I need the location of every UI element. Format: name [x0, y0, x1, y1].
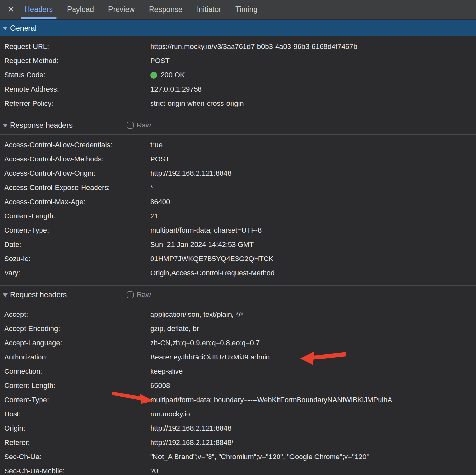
- header-name: Access-Control-Allow-Credentials:: [0, 141, 150, 149]
- header-row-access-control-allow-credentials: Access-Control-Allow-Credentials: true: [0, 138, 476, 152]
- header-row-content-type: Content-Type: multipart/form-data; chars…: [0, 223, 476, 237]
- header-value: 65008: [150, 381, 170, 390]
- header-row-host: Host: run.mocky.io: [0, 407, 476, 421]
- header-name: Host:: [0, 410, 150, 418]
- tab-label: Timing: [235, 5, 257, 14]
- header-row-request-method: Request Method: POST: [0, 54, 476, 68]
- tab-timing[interactable]: Timing: [230, 0, 263, 19]
- network-detail-tabbar: ✕ Headers Payload Preview Response Initi…: [0, 0, 476, 19]
- header-value: http://192.168.2.121:8848/: [150, 438, 233, 447]
- raw-checkbox[interactable]: [127, 122, 134, 129]
- header-row-accept-encoding: Accept-Encoding: gzip, deflate, br: [0, 322, 476, 336]
- header-row-referrer-policy: Referrer Policy: strict-origin-when-cros…: [0, 96, 476, 111]
- header-value: Sun, 21 Jan 2024 14:42:53 GMT: [150, 240, 254, 249]
- header-row-sec-ch-ua-mobile: Sec-Ch-Ua-Mobile: ?0: [0, 464, 476, 475]
- tab-label: Initiator: [197, 5, 221, 14]
- header-name: Access-Control-Allow-Origin:: [0, 169, 150, 178]
- header-name: Sec-Ch-Ua-Mobile:: [0, 467, 150, 475]
- header-value: 200 OK: [161, 71, 185, 79]
- tab-label: Preview: [108, 5, 135, 14]
- section-title: Response headers: [10, 121, 73, 130]
- tab-label: Payload: [67, 5, 94, 14]
- header-value: strict-origin-when-cross-origin: [150, 99, 244, 108]
- header-value: 21: [150, 212, 158, 220]
- header-name: Remote Address:: [0, 85, 150, 94]
- header-name: Origin:: [0, 424, 150, 433]
- header-row-access-control-max-age: Access-Control-Max-Age: 86400: [0, 195, 476, 209]
- header-row-connection: Connection: keep-alive: [0, 364, 476, 379]
- close-icon: ✕: [7, 5, 15, 15]
- section-title: Request headers: [10, 291, 67, 299]
- header-row-sec-ch-ua: Sec-Ch-Ua: "Not_A Brand";v="8", "Chromiu…: [0, 450, 476, 464]
- header-row-referer: Referer: http://192.168.2.121:8848/: [0, 436, 476, 450]
- header-row-access-control-expose-headers: Access-Control-Expose-Headers: *: [0, 181, 476, 195]
- header-row-origin: Origin: http://192.168.2.121:8848: [0, 421, 476, 436]
- raw-toggle: Raw: [127, 116, 151, 134]
- header-name: Content-Length:: [0, 212, 150, 220]
- header-name: Connection:: [0, 367, 150, 376]
- tab-headers[interactable]: Headers: [19, 0, 58, 19]
- header-value: gzip, deflate, br: [150, 325, 199, 333]
- section-header-general[interactable]: General: [0, 20, 476, 36]
- header-value: multipart/form-data; charset=UTF-8: [150, 226, 262, 235]
- tab-preview[interactable]: Preview: [103, 0, 140, 19]
- header-row-date: Date: Sun, 21 Jan 2024 14:42:53 GMT: [0, 237, 476, 252]
- header-row-sozu-id: Sozu-Id: 01HMP7JWKQE7B5YQ4E3G2QHTCK: [0, 252, 476, 266]
- header-value: zh-CN,zh;q=0.9,en;q=0.8,eo;q=0.7: [150, 339, 260, 347]
- header-row-vary: Vary: Origin,Access-Control-Request-Meth…: [0, 266, 476, 280]
- header-row-authorization: Authorization: Bearer eyJhbGciOiJIUzUxMi…: [0, 350, 476, 364]
- tab-payload[interactable]: Payload: [62, 0, 99, 19]
- close-button[interactable]: ✕: [5, 0, 17, 19]
- section-header-request-headers[interactable]: Request headers Raw: [0, 285, 476, 304]
- header-value: multipart/form-data; boundary=----WebKit…: [150, 396, 392, 404]
- tab-label: Headers: [25, 5, 53, 14]
- status-ok-dot: [150, 72, 157, 79]
- header-value: POST: [150, 155, 170, 163]
- header-name: Referer:: [0, 438, 150, 447]
- header-value: POST: [150, 57, 170, 65]
- header-value: http://192.168.2.121:8848: [150, 424, 232, 433]
- header-name: Accept-Encoding:: [0, 325, 150, 333]
- header-name: Request Method:: [0, 57, 150, 65]
- section-header-response-headers[interactable]: Response headers Raw: [0, 116, 476, 135]
- header-row-content-length: Content-Length: 65008: [0, 379, 476, 393]
- header-value: https://run.mocky.io/v3/3aa761d7-b0b3-4a…: [150, 42, 357, 51]
- disclosure-triangle-icon: [3, 27, 8, 30]
- tab-response[interactable]: Response: [144, 0, 188, 19]
- header-row-accept-language: Accept-Language: zh-CN,zh;q=0.9,en;q=0.8…: [0, 336, 476, 350]
- raw-checkbox[interactable]: [127, 291, 134, 298]
- header-name: Content-Type:: [0, 226, 150, 235]
- header-row-content-type: Content-Type: multipart/form-data; bound…: [0, 393, 476, 407]
- header-name: Accept:: [0, 310, 150, 319]
- header-value: "Not_A Brand";v="8", "Chromium";v="120",…: [150, 453, 369, 461]
- raw-toggle: Raw: [127, 286, 151, 304]
- header-row-accept: Accept: application/json, text/plain, */…: [0, 307, 476, 322]
- header-row-content-length: Content-Length: 21: [0, 209, 476, 223]
- header-row-access-control-allow-origin: Access-Control-Allow-Origin: http://192.…: [0, 166, 476, 181]
- header-name: Vary:: [0, 269, 150, 277]
- header-value: http://192.168.2.121:8848: [150, 169, 232, 178]
- header-name: Date:: [0, 240, 150, 249]
- tab-label: Response: [149, 5, 183, 14]
- header-row-request-url: Request URL: https://run.mocky.io/v3/3aa…: [0, 39, 476, 54]
- header-name: Referrer Policy:: [0, 99, 150, 108]
- tab-initiator[interactable]: Initiator: [191, 0, 226, 19]
- header-name: Content-Length:: [0, 381, 150, 390]
- header-value: keep-alive: [150, 367, 183, 376]
- header-name: Sec-Ch-Ua:: [0, 453, 150, 461]
- header-name: Content-Type:: [0, 396, 150, 404]
- header-row-access-control-allow-methods: Access-Control-Allow-Methods: POST: [0, 152, 476, 166]
- header-name: Access-Control-Max-Age:: [0, 198, 150, 206]
- header-value: true: [150, 141, 163, 149]
- header-name: Accept-Language:: [0, 339, 150, 347]
- header-name: Access-Control-Expose-Headers:: [0, 183, 150, 192]
- section-title: General: [10, 24, 37, 33]
- tab-strip: Headers Payload Preview Response Initiat…: [17, 0, 265, 19]
- header-name: Sozu-Id:: [0, 255, 150, 263]
- header-name: Request URL:: [0, 42, 150, 51]
- header-value: run.mocky.io: [150, 410, 190, 418]
- header-name: Access-Control-Allow-Methods:: [0, 155, 150, 163]
- header-value: Bearer eyJhbGciOiJIUzUxMiJ9.admin: [150, 353, 270, 361]
- raw-label: Raw: [137, 121, 151, 129]
- header-name: Authorization:: [0, 353, 150, 361]
